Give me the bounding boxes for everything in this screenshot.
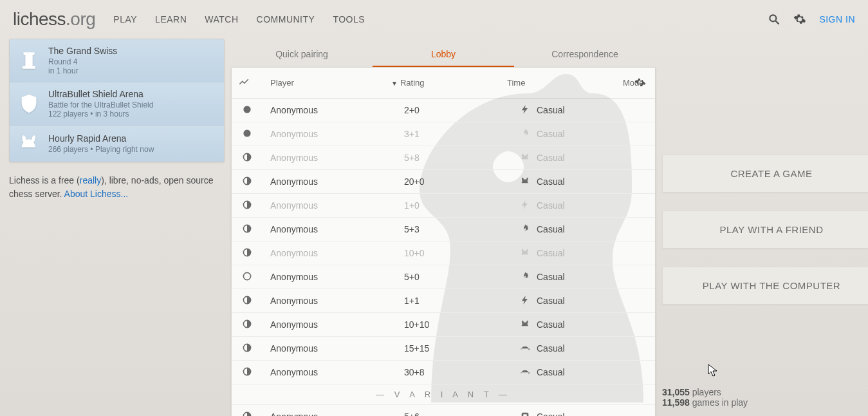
fire-icon (520, 128, 530, 140)
lobby-row[interactable]: Anonymous5+8Casual (232, 146, 655, 170)
swiss-icon (17, 49, 41, 72)
player-name: Anonymous (270, 272, 404, 282)
time-control: 5+8 (404, 153, 520, 163)
lobby-row[interactable]: Anonymous10+10Casual (232, 313, 655, 337)
site-logo[interactable]: lichess.org (13, 9, 95, 30)
fire-icon (520, 271, 530, 283)
event-card[interactable]: The Grand SwissRound 4in 1 hour (10, 39, 224, 82)
lobby-row[interactable]: Anonymous1+0Casual (232, 194, 655, 218)
lobby-row[interactable]: Anonymous30+8Casual (232, 361, 655, 384)
nav-learn[interactable]: LEARN (155, 14, 187, 24)
bolt-icon (520, 104, 530, 117)
game-mode: Casual (537, 129, 565, 139)
game-mode: Casual (537, 153, 565, 163)
lobby-row[interactable]: Anonymous2+0Casual (232, 99, 655, 122)
lobby-row[interactable]: Anonymous10+0Casual (232, 241, 655, 265)
color-indicator-icon (238, 104, 270, 117)
player-name: Anonymous (270, 343, 404, 354)
player-name: Anonymous (270, 224, 404, 234)
rabbit-icon (520, 152, 530, 164)
rabbit-icon (17, 132, 41, 155)
time-control: 20+0 (404, 176, 520, 187)
player-name: Anonymous (270, 367, 404, 377)
svg-point-0 (770, 15, 777, 21)
nav-tools[interactable]: TOOLS (333, 14, 365, 24)
col-rating[interactable]: ▼Rating (391, 78, 507, 88)
main-nav: PLAY LEARN WATCH COMMUNITY TOOLS (113, 14, 365, 24)
lobby-row[interactable]: Anonymous5+0Casual (232, 265, 655, 289)
col-player[interactable]: Player (270, 78, 391, 88)
event-subtitle: Round 4in 1 hour (48, 57, 117, 75)
col-time[interactable]: Time (507, 78, 623, 88)
color-indicator-icon (238, 176, 270, 188)
time-control: 1+0 (404, 200, 520, 211)
color-indicator-icon (238, 247, 270, 260)
lobby-row[interactable]: Anonymous5+3Casual (232, 218, 655, 241)
chart-icon[interactable] (238, 76, 270, 90)
fire-icon (520, 223, 530, 236)
event-card[interactable]: Hourly Rapid Arena266 players • Playing … (10, 126, 224, 162)
player-name: Anonymous (270, 200, 404, 211)
lobby-tabs: Quick pairing Lobby Correspondence (231, 39, 656, 67)
time-control: 2+0 (404, 105, 520, 115)
time-control: 15+15 (404, 343, 520, 354)
tab-correspondence[interactable]: Correspondence (514, 43, 656, 67)
color-indicator-icon (238, 271, 270, 283)
svg-point-9 (243, 272, 250, 279)
create-game-button[interactable]: CREATE A GAME (662, 155, 868, 193)
color-indicator-icon (238, 366, 270, 379)
event-title: UltraBullet Shield Arena (48, 89, 153, 99)
rabbit-icon (520, 247, 530, 260)
nav-community[interactable]: COMMUNITY (257, 14, 315, 24)
lobby-row[interactable]: Anonymous20+0Casual (232, 170, 655, 194)
shield-icon (17, 92, 41, 115)
svg-line-1 (776, 21, 779, 24)
event-subtitle: Battle for the UltraBullet Shield122 pla… (48, 100, 153, 118)
player-name: Anonymous (270, 105, 404, 115)
player-name: Anonymous (270, 129, 404, 139)
game-mode: Casual (537, 367, 565, 377)
time-control: 5+0 (404, 272, 520, 282)
time-control: 3+1 (404, 129, 520, 139)
tab-lobby[interactable]: Lobby (373, 43, 514, 67)
logo-lichess: lichess (13, 9, 66, 29)
variant-icon (520, 411, 530, 417)
players-count: 31,055 (662, 387, 690, 397)
nav-play[interactable]: PLAY (113, 14, 137, 24)
bolt-icon (520, 200, 530, 212)
logo-org: .org (66, 9, 95, 29)
search-icon[interactable] (768, 13, 780, 26)
lobby-row[interactable]: Anonymous3+1Casual (232, 122, 655, 146)
color-indicator-icon (238, 295, 270, 307)
event-title: The Grand Swiss (48, 46, 117, 56)
nav-watch[interactable]: WATCH (205, 14, 238, 24)
lobby-row[interactable]: Anonymous1+1Casual (232, 289, 655, 313)
game-mode: Casual (537, 248, 565, 258)
about-lichess-link[interactable]: About Lichess... (64, 189, 129, 199)
play-friend-button[interactable]: PLAY WITH A FRIEND (662, 211, 868, 249)
tab-quick-pairing[interactable]: Quick pairing (231, 43, 373, 67)
svg-point-3 (243, 129, 250, 137)
time-control: 1+1 (404, 296, 520, 306)
player-name: Anonymous (270, 176, 404, 187)
player-name: Anonymous (270, 411, 404, 416)
player-name: Anonymous (270, 153, 404, 163)
variant-separator: — V A R I A N T — (232, 384, 655, 405)
really-link[interactable]: really (80, 175, 101, 185)
lobby-row[interactable]: Anonymous15+15Casual (232, 337, 655, 361)
lobby-settings-icon[interactable] (634, 77, 646, 91)
signin-link[interactable]: SIGN IN (819, 14, 855, 24)
time-control: 10+10 (404, 319, 520, 330)
event-card[interactable]: UltraBullet Shield ArenaBattle for the U… (10, 82, 224, 126)
player-name: Anonymous (270, 319, 404, 330)
play-computer-button[interactable]: PLAY WITH THE COMPUTER (662, 267, 868, 305)
games-count: 11,598 (662, 397, 690, 408)
svg-point-2 (243, 106, 250, 113)
site-stats: 31,055 players 11,598 games in play (662, 387, 868, 408)
lobby-row[interactable]: Anonymous5+6Casual (232, 405, 655, 416)
event-subtitle: 266 players • Playing right now (48, 145, 154, 154)
gear-icon[interactable] (793, 13, 806, 26)
rabbit-icon (520, 176, 530, 188)
about-text: Lichess is a free (really), libre, no-ad… (9, 174, 225, 201)
color-indicator-icon (238, 200, 270, 212)
